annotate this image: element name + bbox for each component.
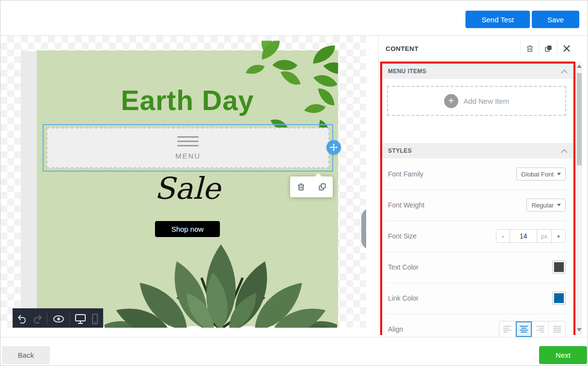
scrollbar-thumb[interactable] [577, 73, 582, 165]
font-family-label: Font Family [388, 170, 423, 178]
align-center-button[interactable] [516, 321, 532, 337]
trash-icon [526, 44, 534, 53]
delete-content-button[interactable] [521, 36, 539, 61]
font-size-unit: px [537, 230, 552, 242]
next-button[interactable]: Next [539, 346, 587, 364]
font-weight-dropdown[interactable]: Regular [526, 199, 566, 212]
align-label: Align [388, 325, 403, 333]
link-color-picker[interactable] [552, 291, 566, 305]
undo-icon[interactable] [17, 314, 28, 324]
scroll-up-arrow[interactable] [577, 64, 582, 68]
add-new-item-button[interactable]: + Add New Item [387, 86, 566, 116]
hamburger-icon [177, 136, 199, 146]
save-button[interactable]: Save [532, 11, 579, 28]
scroll-down-arrow[interactable] [577, 328, 582, 332]
align-right-button[interactable] [532, 321, 549, 337]
panel-scrollbar[interactable] [576, 62, 582, 335]
caret-down-icon [557, 204, 561, 207]
mobile-view-icon[interactable] [91, 313, 99, 325]
close-icon [563, 45, 571, 52]
close-panel-button[interactable] [557, 36, 575, 61]
bottom-bar: Back Next [0, 337, 588, 366]
menu-placeholder-label: MENU [175, 152, 201, 160]
chevron-right-icon [365, 225, 366, 233]
toolbar-divider [69, 313, 70, 325]
font-family-row: Font Family Global Font [382, 159, 573, 190]
chevron-up-icon[interactable] [561, 149, 568, 153]
top-toolbar: Send Test Save [0, 0, 588, 36]
font-weight-value: Regular [531, 202, 554, 209]
link-color-swatch [554, 293, 564, 303]
highlighted-settings-region: MENU ITEMS + Add New Item STYLES Font Fa… [380, 62, 575, 335]
back-button[interactable]: Back [2, 346, 50, 364]
menu-block-placeholder[interactable]: MENU [46, 127, 329, 168]
menu-items-section-header[interactable]: MENU ITEMS [382, 64, 573, 79]
panel-title: CONTENT [386, 45, 418, 52]
preview-icon[interactable] [52, 314, 65, 324]
font-size-stepper: - 14 px + [496, 229, 566, 243]
font-size-increase-button[interactable]: + [552, 230, 565, 242]
panel-collapse-handle[interactable] [361, 208, 366, 250]
font-size-label: Font Size [388, 232, 417, 240]
email-builder-window: Send Test Save Earth Day MENU [0, 0, 588, 366]
redo-icon[interactable] [32, 314, 43, 324]
menu-block-selection[interactable]: MENU [43, 124, 333, 172]
font-size-value[interactable]: 14 [510, 230, 537, 242]
duplicate-content-button[interactable] [539, 36, 557, 61]
link-color-row: Link Color [382, 283, 573, 314]
send-test-button[interactable]: Send Test [465, 11, 530, 28]
toolbar-divider [47, 313, 47, 325]
chevron-up-icon[interactable] [561, 69, 568, 74]
section-spacer [382, 127, 573, 143]
plant-image [105, 239, 337, 328]
font-family-value: Global Font [521, 171, 554, 178]
email-canvas: Earth Day MENU [0, 36, 366, 328]
align-justify-button[interactable] [549, 321, 565, 337]
link-color-label: Link Color [388, 294, 418, 302]
align-button-group [499, 321, 566, 337]
font-weight-label: Font Weight [388, 201, 424, 209]
duplicate-icon [544, 44, 553, 53]
styles-section-header[interactable]: STYLES [382, 143, 573, 159]
panel-header: CONTENT [379, 36, 582, 61]
align-left-button[interactable] [499, 321, 516, 337]
text-color-label: Text Color [388, 263, 418, 271]
font-size-decrease-button[interactable]: - [496, 230, 510, 242]
move-handle[interactable] [326, 140, 341, 155]
text-color-picker[interactable] [552, 260, 566, 274]
shop-now-button[interactable]: Shop now [155, 221, 220, 237]
styles-title: STYLES [388, 147, 412, 154]
text-color-swatch [554, 262, 564, 272]
align-left-icon [503, 326, 511, 333]
font-weight-row: Font Weight Regular [382, 190, 573, 221]
desktop-view-icon[interactable] [74, 313, 87, 325]
font-size-row: Font Size - 14 px + [382, 221, 573, 252]
caret-down-icon [557, 173, 561, 175]
content-settings-panel: CONTENT [378, 36, 582, 328]
align-center-icon [520, 326, 528, 333]
menu-items-body: + Add New Item [382, 79, 573, 127]
plus-icon: + [444, 94, 458, 108]
sale-script-text[interactable]: Sale [37, 171, 338, 206]
email-heading-text[interactable]: Earth Day [37, 84, 338, 116]
align-right-icon [536, 326, 544, 333]
font-family-dropdown[interactable]: Global Font [516, 168, 566, 181]
add-new-item-label: Add New Item [464, 97, 509, 105]
email-left-margin [21, 51, 37, 326]
align-justify-icon [553, 326, 561, 333]
text-color-row: Text Color [382, 252, 573, 283]
menu-items-title: MENU ITEMS [388, 68, 426, 75]
canvas-toolbar [13, 308, 103, 328]
move-icon [330, 143, 338, 151]
